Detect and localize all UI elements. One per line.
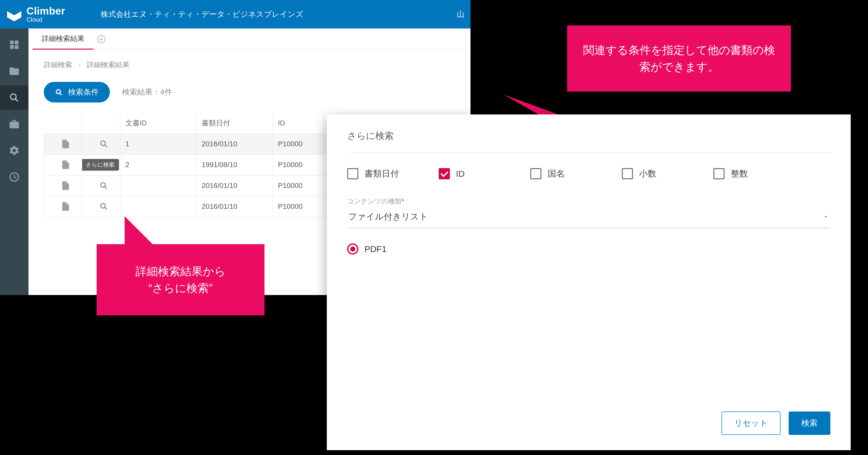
file-icon [49, 176, 82, 196]
svg-rect-5 [15, 45, 19, 49]
radio-label: PDF1 [365, 244, 386, 254]
breadcrumb-sep: › [78, 61, 81, 69]
further-search-dialog: さらに検索 書類日付 ID 国名 小数 整数 コンテンツの種類* ファイル付きリ… [327, 115, 851, 450]
content-type-label: コンテンツの種類 [347, 198, 402, 205]
radio-pdf1[interactable]: PDF1 [347, 243, 830, 254]
nav-settings[interactable] [0, 139, 29, 163]
annotation-left-text: 詳細検索結果から “さらに検索” [135, 263, 225, 297]
user-indicator[interactable]: 山 [457, 9, 464, 20]
cell-doc-date: 1991/08/10 [196, 154, 273, 175]
content-type-field: コンテンツの種類* ファイル付きリスト [347, 197, 830, 228]
svg-point-16 [101, 183, 105, 187]
dialog-title: さらに検索 [347, 130, 830, 153]
annotation-right: 関連する条件を指定して他の書類の検索ができます。 [567, 25, 791, 92]
content-type-select[interactable]: ファイル付きリスト [347, 206, 830, 228]
col-id[interactable]: ID [273, 113, 324, 133]
checkbox-icon [439, 168, 450, 179]
tab-search-results[interactable]: 詳細検索結果 [33, 29, 94, 50]
cell-doc-date: 2016/01/10 [196, 196, 273, 217]
condition-checkboxes: 書類日付 ID 国名 小数 整数 [347, 153, 830, 195]
svg-line-15 [104, 145, 106, 147]
svg-point-18 [101, 204, 105, 208]
check-id[interactable]: ID [439, 168, 520, 180]
cell-id: P10000 [273, 175, 324, 196]
breadcrumb-current: 詳細検索結果 [87, 60, 129, 70]
checkbox-icon [530, 168, 541, 179]
nav-folder[interactable] [0, 59, 29, 84]
svg-rect-3 [15, 41, 19, 44]
file-icon [49, 196, 82, 217]
nav-history[interactable] [0, 165, 29, 189]
row-search-icon[interactable] [87, 134, 120, 154]
check-label: 小数 [639, 168, 656, 180]
nav-briefcase[interactable] [0, 112, 29, 136]
top-bar: Climber Cloud 株式会社エヌ・ティ・ティ・データ・ビジネスブレインズ… [0, 0, 470, 29]
svg-point-14 [101, 141, 105, 146]
checkbox-icon [347, 168, 358, 179]
check-label: 国名 [548, 168, 565, 180]
check-country[interactable]: 国名 [530, 168, 612, 180]
breadcrumb: 詳細検索 › 詳細検索結果 [44, 60, 455, 70]
check-label: 整数 [731, 168, 748, 180]
annotation-right-text: 関連する条件を指定して他の書類の検索ができます。 [580, 42, 778, 75]
svg-line-7 [16, 99, 18, 101]
company-name: 株式会社エヌ・ティ・ティ・データ・ビジネスブレインズ [101, 9, 303, 20]
side-nav [0, 29, 29, 295]
logo-icon [6, 6, 22, 22]
search-conditions-button[interactable]: 検索条件 [44, 82, 110, 102]
cell-id: P10000 [273, 196, 324, 217]
breadcrumb-root[interactable]: 詳細検索 [44, 60, 72, 70]
row-search-icon[interactable] [87, 196, 120, 217]
result-count: 検索結果：4件 [122, 87, 172, 97]
svg-rect-2 [10, 41, 14, 44]
svg-point-12 [56, 90, 60, 94]
required-mark: * [402, 198, 404, 205]
radio-icon [347, 243, 358, 254]
brand-sub: Cloud [26, 16, 65, 23]
cell-doc-date: 2016/01/10 [196, 175, 273, 196]
row-search-icon[interactable] [87, 176, 120, 196]
cell-doc-id [120, 196, 196, 217]
svg-line-17 [104, 187, 106, 189]
svg-line-19 [104, 208, 106, 210]
cell-doc-date: 2016/01/10 [196, 133, 273, 154]
col-doc-date[interactable]: 書類日付 [196, 113, 273, 133]
search-label: 検索 [801, 418, 818, 428]
search-conditions-label: 検索条件 [68, 87, 99, 97]
further-search-tooltip: さらに検索 [82, 159, 119, 171]
chevron-down-icon [822, 213, 829, 220]
check-integer[interactable]: 整数 [713, 168, 795, 180]
cell-id: P10000 [273, 154, 324, 175]
brand-name: Climber [26, 6, 65, 16]
svg-line-13 [60, 93, 62, 95]
file-icon [49, 134, 82, 154]
reset-button[interactable]: リセット [721, 412, 780, 435]
file-icon [49, 155, 82, 175]
check-label: ID [456, 169, 465, 179]
nav-search[interactable] [0, 86, 29, 110]
reset-label: リセット [734, 418, 768, 428]
tab-label: 詳細検索結果 [42, 34, 85, 43]
check-label: 書類日付 [365, 168, 399, 180]
svg-rect-4 [10, 45, 14, 49]
search-button[interactable]: 検索 [789, 412, 830, 435]
content-type-value: ファイル付きリスト [348, 211, 428, 222]
cell-doc-id [120, 175, 196, 196]
brand-logo: Climber Cloud [6, 6, 65, 23]
tab-bar: 詳細検索結果 [29, 29, 470, 50]
annotation-left: 詳細検索結果から “さらに検索” [97, 244, 265, 315]
checkbox-icon [713, 168, 724, 179]
check-decimal[interactable]: 小数 [622, 168, 703, 180]
cell-doc-id: 1 [120, 133, 196, 154]
tab-add-button[interactable] [94, 29, 109, 50]
check-doc-date[interactable]: 書類日付 [347, 168, 429, 180]
svg-point-6 [10, 94, 16, 99]
cell-doc-id: 2 [120, 154, 196, 175]
col-doc-id[interactable]: 文書ID [120, 113, 196, 133]
nav-dashboard[interactable] [0, 33, 29, 57]
cell-id: P10000 [273, 133, 324, 154]
checkbox-icon [622, 168, 633, 179]
